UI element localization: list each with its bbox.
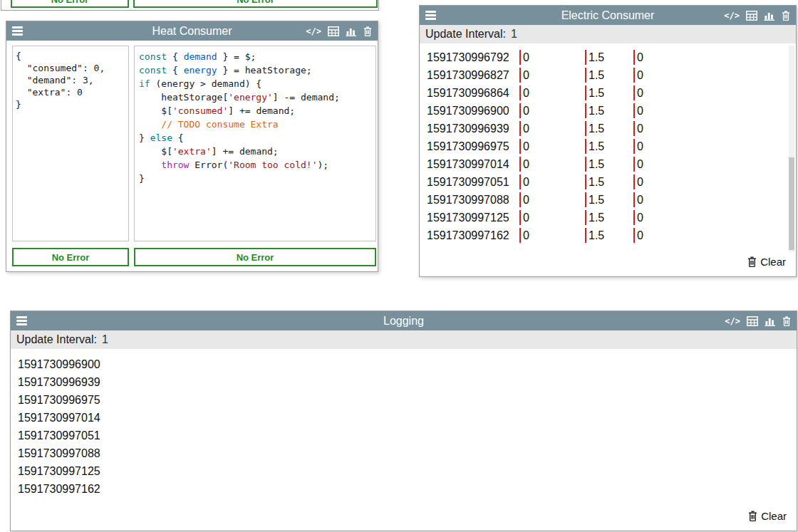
clear-label: Clear xyxy=(760,256,786,268)
code-icon[interactable]: </> xyxy=(725,316,740,326)
table-cell: 0 xyxy=(519,228,585,243)
header-icons: </> xyxy=(725,316,791,326)
header-icons: </> xyxy=(306,26,372,36)
table-cell: 1.5 xyxy=(585,85,633,100)
table-cell: 0 xyxy=(519,139,585,154)
table-row: 159173099697501.50 xyxy=(420,137,796,155)
chart-icon[interactable] xyxy=(765,316,776,326)
heat-consumer-panel: Heat Consumer </> { xyxy=(6,21,378,272)
state-json-editor[interactable]: { "consumed": 0, "demand": 3, "extra": 0… xyxy=(12,46,129,241)
clear-label: Clear xyxy=(761,510,787,522)
trash-icon[interactable] xyxy=(363,26,372,36)
table-cell: 1591730996939 xyxy=(427,121,519,136)
table-cell: 0 xyxy=(519,121,585,136)
table-row: 159173099682701.50 xyxy=(420,66,796,84)
status-badge: No Error xyxy=(12,248,129,266)
table-cell: 0 xyxy=(633,210,643,225)
table-row: 159173099693901.50 xyxy=(420,120,796,137)
table-cell: 0 xyxy=(519,85,585,100)
table-cell: 0 xyxy=(633,139,643,154)
menu-icon[interactable] xyxy=(12,26,23,36)
table-cell: 0 xyxy=(633,228,643,243)
status-badge: No Error xyxy=(134,248,376,266)
log-entry: 1591730996900 xyxy=(11,355,797,373)
table-cell: 0 xyxy=(633,68,643,83)
table-cell: 1.5 xyxy=(585,50,633,65)
table-row: 159173099679201.50 xyxy=(420,48,796,66)
scrollbar-thumb[interactable] xyxy=(789,157,794,251)
table-cell: 1591730996900 xyxy=(427,103,519,118)
table-icon[interactable] xyxy=(747,316,758,326)
table-row: 159173099701401.50 xyxy=(420,155,796,173)
table-cell: 1.5 xyxy=(585,192,633,207)
update-interval-row: Update Interval: 1 xyxy=(11,330,797,349)
logging-list: 1591730996900159173099693915917309969751… xyxy=(11,355,797,498)
table-cell: 0 xyxy=(633,103,643,118)
table-cell: 1591730996975 xyxy=(427,139,519,154)
table-cell: 1591730997125 xyxy=(427,210,519,225)
log-entry: 1591730997051 xyxy=(11,427,797,444)
log-entry: 1591730997162 xyxy=(11,480,797,498)
chart-icon[interactable] xyxy=(764,11,775,21)
table-cell: 1.5 xyxy=(585,174,633,189)
table-row: 159173099716201.50 xyxy=(420,226,796,244)
panel-header: Heat Consumer </> xyxy=(6,21,378,41)
table-cell: 0 xyxy=(633,50,643,65)
trash-icon[interactable] xyxy=(782,11,790,21)
table-row: 159173099690001.50 xyxy=(420,102,796,120)
table-cell: 0 xyxy=(633,121,643,136)
update-interval-label: Update Interval: xyxy=(425,28,506,41)
table-cell: 1591730997014 xyxy=(427,157,519,172)
update-interval-value[interactable]: 1 xyxy=(511,28,517,41)
panel-title: Logging xyxy=(11,315,797,328)
code-editor[interactable]: const { demand } = $;const { energy } = … xyxy=(134,46,376,241)
log-entry: 1591730996939 xyxy=(11,373,797,391)
clear-button[interactable]: Clear xyxy=(748,510,787,522)
clear-button[interactable]: Clear xyxy=(747,256,786,268)
update-interval-row: Update Interval: 1 xyxy=(420,25,796,43)
table-cell: 1.5 xyxy=(585,103,633,118)
status-badge-label: No Error xyxy=(12,0,128,6)
code-icon[interactable]: </> xyxy=(306,26,321,36)
log-entry: 1591730997125 xyxy=(11,462,797,480)
table-cell: 0 xyxy=(519,103,585,118)
table-cell: 1.5 xyxy=(585,68,633,83)
table-cell: 0 xyxy=(633,85,643,100)
table-row: 159173099686401.50 xyxy=(420,84,796,102)
table-cell: 0 xyxy=(519,68,585,83)
menu-icon[interactable] xyxy=(16,316,27,325)
table-cell: 1591730996792 xyxy=(427,50,519,65)
status-badge: No Error xyxy=(133,0,378,8)
status-badge-label: No Error xyxy=(52,252,90,263)
trash-icon[interactable] xyxy=(782,316,791,326)
table-cell: 1.5 xyxy=(585,210,633,225)
table-cell: 0 xyxy=(633,157,643,172)
table-cell: 1591730997051 xyxy=(427,174,519,189)
table-icon[interactable] xyxy=(746,11,757,21)
table-row: 159173099708801.50 xyxy=(420,191,796,209)
electric-table: 159173099679201.50159173099682701.501591… xyxy=(420,48,796,244)
table-cell: 1591730997162 xyxy=(427,228,519,243)
panel-header: Electric Consumer </> xyxy=(420,6,796,25)
table-cell: 1591730997088 xyxy=(427,192,519,207)
chart-icon[interactable] xyxy=(346,26,357,36)
status-badge: No Error xyxy=(11,0,129,8)
header-icons: </> xyxy=(724,11,790,21)
menu-icon[interactable] xyxy=(425,11,436,20)
table-cell: 0 xyxy=(633,174,643,189)
trash-icon xyxy=(748,511,757,521)
log-entry: 1591730997014 xyxy=(11,409,797,427)
code-icon[interactable]: </> xyxy=(724,11,740,21)
table-cell: 0 xyxy=(519,174,585,189)
table-cell: 0 xyxy=(633,192,643,207)
table-icon[interactable] xyxy=(328,26,339,36)
update-interval-value[interactable]: 1 xyxy=(102,333,108,346)
log-entry: 1591730996975 xyxy=(11,391,797,409)
table-cell: 1.5 xyxy=(585,139,633,154)
scrollbar[interactable] xyxy=(789,46,794,252)
table-cell: 1.5 xyxy=(585,157,633,172)
table-row: 159173099712501.50 xyxy=(420,209,796,226)
table-cell: 1.5 xyxy=(585,228,633,243)
table-cell: 0 xyxy=(519,210,585,225)
table-cell: 0 xyxy=(519,157,585,172)
